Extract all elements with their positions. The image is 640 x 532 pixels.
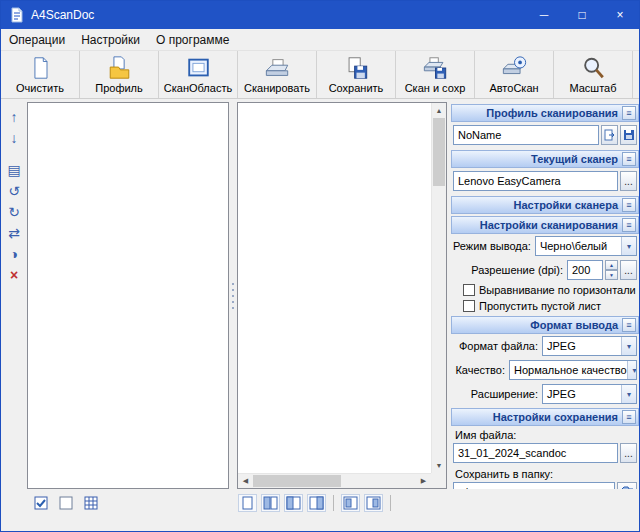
scan-and-save-button[interactable]: Скан и сохр [396,51,475,98]
settings-panel: Профиль сканирования ≡ NoName [451,102,639,489]
scrollbar-corner [431,473,446,488]
horizontal-scroll-track[interactable] [253,474,416,488]
view-two-pages-button[interactable] [261,494,280,512]
zoom-button-label: Масштаб [569,82,616,94]
autoscan-icon [501,55,528,81]
extension-row: Расширение: JPEG ▾ [453,384,637,404]
clear-button[interactable]: Очистить [1,51,80,98]
menu-about[interactable]: О программе [148,29,237,50]
section-header-output-format: Формат вывода ≡ [451,316,639,334]
view-layout-tools [238,494,394,512]
filename-input[interactable]: 31_01_2024_scandoc [453,443,618,463]
section-header-current-scanner: Текущий сканер ≡ [451,150,639,168]
scroll-right-icon[interactable]: ▶ [416,474,431,488]
chevron-down-icon[interactable]: ▾ [627,361,637,379]
copy-page-icon[interactable]: ▤ [5,161,23,179]
delete-page-icon[interactable]: × [5,266,23,284]
scroll-up-icon[interactable]: ▲ [432,103,446,118]
scan-canvas[interactable] [238,103,431,473]
save-folder-input[interactable]: c:\ [453,482,615,489]
align-horizontal-checkbox[interactable] [463,284,475,296]
view-split-left-button[interactable] [284,494,303,512]
split-left-icon [286,496,301,510]
section-menu-icon[interactable]: ≡ [622,318,636,332]
panel-splitter[interactable] [229,102,237,489]
skip-blank-checkbox[interactable] [463,300,475,312]
output-mode-label: Режим вывода: [453,240,533,252]
pages-list-panel[interactable] [27,102,229,489]
save-profile-button[interactable] [620,125,637,145]
align-horizontal-label: Выравнивание по горизонтали [479,284,636,296]
deselect-pages-button[interactable] [56,494,75,512]
autoscan-button[interactable]: АвтоСкан [475,51,554,98]
spin-up-icon[interactable]: ▲ [605,260,618,270]
filename-browse-button[interactable]: ... [620,443,637,463]
file-format-select[interactable]: JPEG ▾ [542,336,637,356]
scanner-row: Lenovo EasyCamera ... [453,171,637,191]
load-profile-button[interactable] [601,125,618,145]
vertical-scrollbar[interactable]: ▲ ▼ [431,103,446,473]
profile-name-input[interactable]: NoName [453,125,599,145]
chevron-down-icon[interactable]: ▾ [621,385,636,403]
menu-operations[interactable]: Операции [1,29,73,50]
scanner-name-input[interactable]: Lenovo EasyCamera [453,171,618,191]
vertical-scroll-track[interactable] [432,118,446,458]
horizontal-scroll-thumb[interactable] [253,475,341,487]
scan-button[interactable]: Сканировать [238,51,317,98]
section-menu-icon[interactable]: ≡ [622,106,636,120]
minimize-button[interactable]: ─ [525,1,563,29]
file-format-value: JPEG [547,340,576,352]
mirror-icon[interactable]: ⇄ [5,224,23,242]
two-pages-icon [263,496,278,510]
view-thumb-right-button[interactable] [364,494,383,512]
section-menu-icon[interactable]: ≡ [622,198,636,212]
view-split-right-button[interactable] [307,494,326,512]
select-scanner-button[interactable]: ... [620,171,637,191]
section-title: Профиль сканирования [486,107,618,119]
output-mode-value: Черно\белый [540,240,607,252]
vertical-scroll-thumb[interactable] [433,118,445,186]
move-up-icon[interactable]: ↑ [5,108,23,126]
select-all-pages-button[interactable] [31,494,50,512]
spin-down-icon[interactable]: ▼ [605,270,618,280]
scroll-left-icon[interactable]: ◀ [238,474,253,488]
move-down-icon[interactable]: ↓ [5,129,23,147]
save-button[interactable]: Сохранить [317,51,396,98]
close-button[interactable]: × [601,1,639,29]
resolution-browse-button[interactable]: ... [620,260,637,280]
zoom-button[interactable]: Масштаб [554,51,633,98]
horizontal-scrollbar[interactable]: ◀ ▶ [238,473,431,488]
resolution-input[interactable]: 200 [567,260,603,280]
extension-select[interactable]: JPEG ▾ [542,384,637,404]
section-menu-icon[interactable]: ≡ [622,152,636,166]
section-menu-icon[interactable]: ≡ [622,218,636,232]
view-thumb-left-button[interactable] [341,494,360,512]
quality-select[interactable]: Нормальное качество ▾ [509,360,637,380]
browse-folder-button[interactable] [617,482,637,489]
chevron-down-icon[interactable]: ▾ [621,337,636,355]
rotate-left-icon[interactable]: ↺ [5,182,23,200]
splitter-dot [232,295,234,297]
thumbnail-grid-button[interactable] [81,494,100,512]
resolution-row: Разрешение (dpi): 200 ▲ ▼ ... [453,260,637,280]
scroll-down-icon[interactable]: ▼ [432,458,446,473]
resolution-stepper[interactable]: ▲ ▼ [605,260,618,280]
app-icon [9,7,25,23]
contrast-icon[interactable]: ◑ [5,245,23,263]
splitter-dot [232,283,234,285]
filename-label: Имя файла: [455,429,637,441]
maximize-button[interactable]: □ [563,1,601,29]
zoom-icon [580,55,607,81]
section-menu-icon[interactable]: ≡ [622,410,636,424]
rotate-right-icon[interactable]: ↻ [5,203,23,221]
bottom-bar [1,489,639,531]
chevron-down-icon[interactable]: ▾ [621,237,636,255]
view-single-page-button[interactable] [238,494,257,512]
section-header-scan-settings: Настройки сканирования ≡ [451,216,639,234]
output-mode-select[interactable]: Черно\белый ▾ [535,236,637,256]
section-title: Текущий сканер [531,153,618,165]
app-window: A4ScanDoc ─ □ × Операции Настройки О про… [0,0,640,532]
scan-area-button[interactable]: СканОбласть [159,51,238,98]
menu-settings[interactable]: Настройки [73,29,148,50]
profile-button[interactable]: Профиль [80,51,159,98]
